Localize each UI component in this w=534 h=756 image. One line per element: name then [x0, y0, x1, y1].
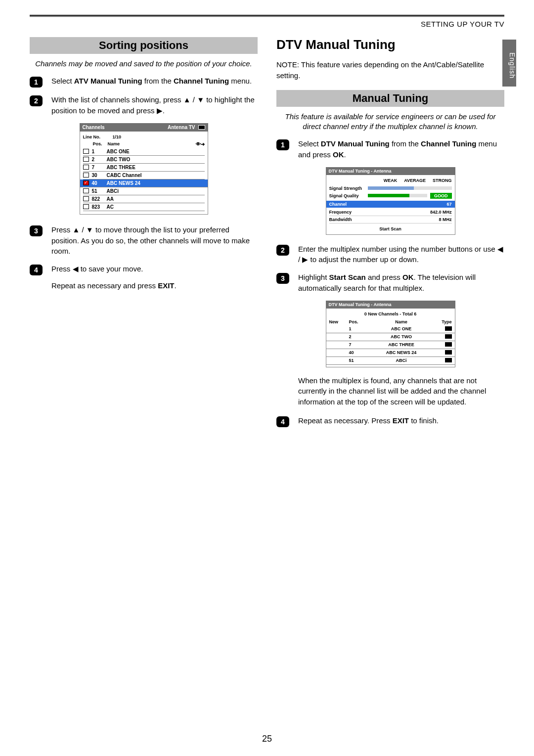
- channel-row: 7ABC THREE: [83, 164, 205, 172]
- channel-name: AA: [107, 196, 205, 202]
- checkbox-icon: [83, 188, 89, 193]
- checkbox-icon: [83, 204, 89, 209]
- result-type: [434, 350, 452, 356]
- step-badge: 3: [276, 273, 289, 284]
- step-badge: 4: [276, 416, 289, 427]
- channel-pos: 30: [92, 173, 107, 178]
- channel-name: ABC ONE: [107, 149, 205, 154]
- checkbox-icon: [83, 165, 89, 170]
- channel-row: 2ABC TWO: [83, 156, 205, 164]
- channels-osd: Channels Antenna TV Line No. 1/10 Pos. N…: [80, 123, 208, 215]
- bandwidth-value: 8 MHz: [439, 217, 451, 222]
- result-pos: 2: [349, 334, 369, 339]
- channel-row: 822AA: [83, 195, 205, 203]
- result-name: ABCi: [369, 358, 434, 363]
- rule-top: [30, 15, 504, 17]
- col-name: Name: [369, 319, 434, 324]
- dtv-osd2-subtitle: 0 New Channels - Total 6: [326, 310, 455, 318]
- step-badge: 2: [30, 95, 43, 106]
- checkbox-icon: [83, 157, 89, 162]
- frequency-label: Frequency: [329, 210, 352, 215]
- step-badge: 4: [30, 265, 43, 275]
- channel-pos: 823: [92, 204, 107, 210]
- left-column: Sorting positions Channels may be moved …: [30, 37, 258, 434]
- checkbox-icon: [83, 180, 89, 185]
- result-name: ABC TWO: [369, 334, 434, 339]
- result-row: 1ABC ONE: [326, 325, 455, 333]
- right-column: DTV Manual Tuning NOTE: This feature var…: [276, 37, 504, 434]
- channel-pos: 40: [92, 180, 107, 186]
- result-row: 7ABC THREE: [326, 341, 455, 349]
- step-badge: 1: [30, 77, 43, 88]
- channel-pos: 822: [92, 196, 107, 202]
- dtv-manual-tuning-heading: DTV Manual Tuning: [276, 37, 504, 52]
- tv-icon: [198, 125, 205, 130]
- result-pos: 1: [349, 326, 369, 331]
- left-step-2: 2 With the list of channels showing, pre…: [30, 94, 258, 116]
- right-step-1: 1 Select DTV Manual Tuning from the Chan…: [276, 138, 504, 160]
- step-text: Highlight Start Scan and press OK. The t…: [298, 272, 504, 294]
- left-icon: ◀: [73, 265, 79, 273]
- step-text: With the list of channels showing, press…: [51, 94, 258, 116]
- osd-title-left: Channels: [83, 125, 105, 130]
- channel-value: 67: [446, 202, 451, 207]
- sorting-intro: Channels may be moved and saved to the p…: [30, 59, 258, 69]
- found-text: When the multiplex is found, any channel…: [298, 375, 504, 407]
- step-text: Select DTV Manual Tuning from the Channe…: [298, 138, 504, 160]
- dtv-osd-results: DTV Manual Tuning - Antenna 0 New Channe…: [326, 301, 455, 367]
- osd-title-right: Antenna TV: [168, 125, 195, 130]
- line-no-label: Line No.: [83, 134, 113, 139]
- channel-pos: 2: [92, 157, 107, 162]
- manual-tuning-subheading: Manual Tuning: [276, 90, 504, 107]
- sorting-positions-heading: Sorting positions: [30, 37, 258, 54]
- step-text: Press ◀ to save your move. Repeat as nec…: [51, 264, 258, 291]
- result-pos: 7: [349, 342, 369, 347]
- line-no-value: 1/10: [113, 134, 122, 139]
- col-name: Name: [108, 141, 196, 147]
- result-row: 2ABC TWO: [326, 333, 455, 341]
- step-text: Select ATV Manual Tuning from the Channe…: [51, 76, 258, 87]
- page-number: 25: [0, 734, 534, 744]
- col-type: Type: [434, 319, 452, 324]
- quality-badge: GOOD: [430, 193, 452, 199]
- signal-quality-bar: [368, 194, 427, 197]
- tv-icon: [445, 342, 452, 347]
- step-text: Repeat as necessary. Press EXIT to finis…: [298, 415, 504, 426]
- right-step-2: 2 Enter the multiplex number using the n…: [276, 244, 504, 266]
- channel-pos: 7: [92, 165, 107, 170]
- result-type: [434, 326, 452, 332]
- signal-strength-bar: [368, 186, 452, 190]
- step-badge: 2: [276, 245, 289, 256]
- channel-row: 51ABCi: [83, 187, 205, 195]
- right-icon: ▶: [157, 106, 163, 115]
- channel-row: 40ABC NEWS 24: [80, 179, 208, 187]
- dtv-note: NOTE: This feature varies depending on t…: [276, 59, 504, 81]
- eye-move-icon: 👁➜: [196, 141, 205, 147]
- result-row: 40ABC NEWS 24: [326, 349, 455, 357]
- channel-name: ABC NEWS 24: [107, 180, 205, 186]
- dtv-osd-signal: DTV Manual Tuning - Antenna WEAK AVERAGE…: [326, 167, 455, 235]
- tv-icon: [445, 326, 452, 331]
- col-new: New: [329, 319, 349, 324]
- label-average: AVERAGE: [404, 178, 426, 183]
- result-type: [434, 358, 452, 363]
- step-text: Press ▲ / ▼ to move through the list to …: [51, 224, 258, 257]
- label-weak: WEAK: [384, 178, 398, 183]
- left-step-3: 3 Press ▲ / ▼ to move through the list t…: [30, 224, 258, 257]
- col-pos: Pos.: [349, 319, 369, 324]
- channel-label: Channel: [329, 202, 347, 207]
- tv-icon: [445, 358, 452, 362]
- checkbox-icon: [83, 173, 89, 178]
- channel-name: ABC THREE: [107, 165, 205, 170]
- result-row: 51ABCi: [326, 357, 455, 365]
- result-pos: 40: [349, 350, 369, 355]
- step-badge: 1: [276, 139, 289, 150]
- channel-row: 30CABC Channel: [83, 172, 205, 179]
- checkbox-icon: [83, 149, 89, 154]
- bandwidth-label: Bandwidth: [329, 217, 352, 222]
- result-type: [434, 342, 452, 348]
- channel-name: CABC Channel: [107, 173, 205, 178]
- result-pos: 51: [349, 358, 369, 363]
- signal-quality-label: Signal Quality: [329, 193, 368, 198]
- manual-tuning-intro: This feature is available for service en…: [276, 112, 504, 132]
